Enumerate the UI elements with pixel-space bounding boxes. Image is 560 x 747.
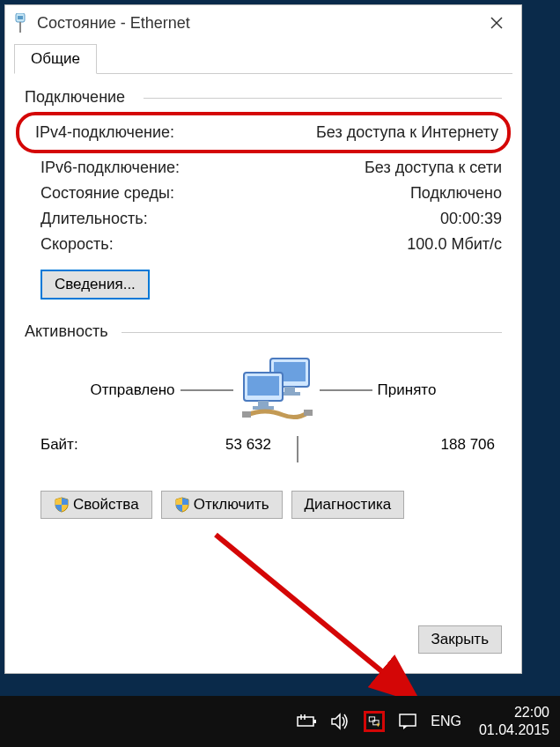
group-activity-label: Активность xyxy=(25,322,502,341)
duration-row: Длительность: 00:00:39 xyxy=(25,206,502,232)
diagnose-button[interactable]: Диагностика xyxy=(291,491,405,519)
ipv4-value: Без доступа к Интернету xyxy=(316,123,498,142)
taskbar-clock[interactable]: 22:00 01.04.2015 xyxy=(474,704,549,739)
bytes-divider xyxy=(271,436,324,462)
disable-label: Отключить xyxy=(194,496,269,514)
disable-button[interactable]: Отключить xyxy=(161,491,283,519)
activity-line-left xyxy=(181,389,233,391)
svg-rect-17 xyxy=(298,717,313,726)
media-label: Состояние среды: xyxy=(25,184,174,203)
media-value: Подключено xyxy=(410,184,502,203)
speed-value: 100.0 Мбит/с xyxy=(407,235,502,254)
action-buttons: Свойства Отключить Диагностика xyxy=(41,491,502,519)
media-row: Состояние среды: Подключено xyxy=(25,181,502,206)
svg-marker-26 xyxy=(403,726,408,729)
activity-sent-label: Отправлено xyxy=(91,381,175,399)
properties-button[interactable]: Свойства xyxy=(41,491,152,519)
tab-bar: Общие xyxy=(14,44,512,74)
svg-rect-7 xyxy=(284,387,295,392)
ipv6-label: IPv6-подключение: xyxy=(25,159,180,177)
shield-icon xyxy=(54,497,70,513)
speed-label: Скорость: xyxy=(25,235,114,254)
content-area: Подключение IPv4-подключение: Без доступ… xyxy=(5,74,521,533)
footer: Закрыть xyxy=(418,625,502,654)
ipv6-row: IPv6-подключение: Без доступа к сети xyxy=(25,155,502,181)
ipv4-label: IPv4-подключение: xyxy=(28,123,174,142)
close-button[interactable] xyxy=(479,10,514,36)
bytes-sent: 53 632 xyxy=(157,436,271,462)
ipv6-value: Без доступа к сети xyxy=(365,159,502,177)
taskbar-language[interactable]: ENG xyxy=(431,714,461,729)
svg-rect-11 xyxy=(258,401,269,406)
svg-rect-1 xyxy=(18,16,23,19)
taskbar-date: 01.04.2015 xyxy=(479,721,549,739)
activity-recv-label: Принято xyxy=(378,381,437,399)
window-title: Состояние - Ethernet xyxy=(37,14,479,33)
tray-volume-icon[interactable] xyxy=(330,711,351,732)
shield-icon xyxy=(174,497,190,513)
svg-marker-21 xyxy=(332,714,340,729)
svg-rect-14 xyxy=(304,410,313,416)
tray-action-center-icon[interactable] xyxy=(397,711,418,732)
tray-network-icon[interactable] xyxy=(364,711,385,732)
close-icon xyxy=(490,17,503,29)
speed-row: Скорость: 100.0 Мбит/с xyxy=(25,232,502,257)
activity-section: Активность Отправлено xyxy=(25,322,502,519)
duration-value: 00:00:39 xyxy=(440,210,502,228)
svg-rect-10 xyxy=(247,376,279,396)
svg-rect-12 xyxy=(253,406,274,410)
duration-label: Длительность: xyxy=(25,210,148,228)
group-connection-label: Подключение xyxy=(25,88,502,107)
activity-visual: Отправлено Принято xyxy=(25,357,502,424)
svg-rect-22 xyxy=(370,717,375,721)
svg-marker-24 xyxy=(377,724,380,728)
titlebar: Состояние - Ethernet xyxy=(5,5,521,41)
svg-rect-13 xyxy=(242,411,251,418)
close-dialog-button[interactable]: Закрыть xyxy=(418,625,502,654)
ethernet-status-window: Состояние - Ethernet Общие Подключение I… xyxy=(4,4,522,674)
details-button[interactable]: Сведения... xyxy=(41,270,150,300)
properties-label: Свойства xyxy=(73,496,139,514)
taskbar-time: 22:00 xyxy=(479,704,549,721)
tray-battery-icon[interactable] xyxy=(297,711,318,732)
svg-rect-25 xyxy=(400,714,416,726)
taskbar: ENG 22:00 01.04.2015 xyxy=(0,696,560,747)
activity-line-right xyxy=(320,389,372,391)
ethernet-icon xyxy=(12,13,28,33)
svg-rect-18 xyxy=(313,720,316,723)
network-monitors-icon xyxy=(239,357,314,424)
ipv4-highlight: IPv4-подключение: Без доступа к Интернет… xyxy=(16,112,511,153)
bytes-row: Байт: 53 632 188 706 xyxy=(25,431,502,473)
bytes-label: Байт: xyxy=(25,436,157,462)
ipv4-row: IPv4-подключение: Без доступа к Интернет… xyxy=(28,120,498,145)
bytes-recv: 188 706 xyxy=(324,436,502,462)
tab-general[interactable]: Общие xyxy=(14,44,97,74)
